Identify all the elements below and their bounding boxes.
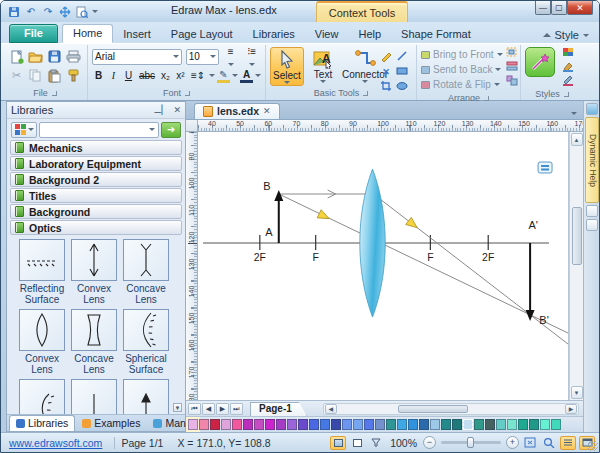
- color-swatch[interactable]: [331, 419, 341, 430]
- font-group-launcher-icon[interactable]: [185, 91, 190, 96]
- library-section-mechanics[interactable]: Mechanics: [10, 140, 182, 155]
- color-swatch[interactable]: [397, 419, 407, 430]
- undo-icon[interactable]: ↶: [24, 5, 38, 18]
- help-page-icon-2[interactable]: [586, 219, 598, 231]
- shape-thumbnail[interactable]: [19, 379, 65, 414]
- last-page-button[interactable]: ⏭: [230, 403, 243, 415]
- ribbon-tab-file[interactable]: File: [9, 24, 58, 43]
- scroll-up-icon[interactable]: ▲: [571, 133, 583, 146]
- shape-item-reflecting-surface[interactable]: Reflecting Surface: [16, 239, 68, 307]
- format-button-superscript[interactable]: x²: [174, 70, 187, 81]
- convex-lens-shape[interactable]: [360, 169, 385, 317]
- color-swatch[interactable]: [188, 419, 198, 430]
- first-page-button[interactable]: ⏮: [188, 403, 201, 415]
- presentation-view-button[interactable]: [368, 436, 384, 450]
- basic-tools-launcher-icon[interactable]: [363, 91, 368, 96]
- color-swatch[interactable]: [430, 419, 440, 430]
- resize-grip[interactable]: [588, 441, 598, 451]
- distribute-shapes-icon[interactable]: [506, 61, 518, 74]
- color-swatch[interactable]: [265, 419, 275, 430]
- align-button[interactable]: ≡: [223, 46, 239, 68]
- prev-page-button[interactable]: ◀: [202, 403, 215, 415]
- library-search-input[interactable]: [40, 124, 149, 135]
- shape-item-partial-8[interactable]: [120, 379, 172, 414]
- arrange-button-send-to-back[interactable]: Send to Back: [421, 62, 503, 77]
- panel-tab-libraries[interactable]: Libraries: [9, 415, 75, 431]
- ribbon-tab-page-layout[interactable]: Page Layout: [161, 26, 243, 43]
- ribbon-tab-shape-format[interactable]: Shape Format: [391, 26, 481, 43]
- format-button-subscript[interactable]: x₂: [159, 70, 172, 81]
- help-note-icon[interactable]: [586, 103, 598, 115]
- document-close-icon[interactable]: ✕: [263, 106, 271, 116]
- label-2f-right[interactable]: 2F: [482, 252, 494, 263]
- color-swatch[interactable]: [463, 419, 473, 430]
- color-swatch[interactable]: [375, 419, 385, 430]
- color-swatch[interactable]: [364, 419, 374, 430]
- new-document-icon[interactable]: [8, 49, 25, 65]
- library-search-go-button[interactable]: ➜: [161, 122, 181, 138]
- pencil-tool-icon[interactable]: [380, 50, 392, 64]
- tab-list-dropdown-icon[interactable]: [571, 112, 577, 115]
- library-section-laboratory-equipment[interactable]: Laboratory Equipment: [10, 156, 182, 171]
- library-section-titles[interactable]: Titles: [10, 188, 182, 203]
- drawing-page[interactable]: 2F F F 2F: [198, 132, 569, 400]
- ellipse-tool-icon[interactable]: [396, 80, 408, 94]
- label-object-base[interactable]: A: [265, 226, 273, 238]
- library-menu-button[interactable]: [11, 122, 37, 138]
- help-page-icon-1[interactable]: [586, 205, 598, 217]
- edrawsoft-link[interactable]: www.edrawsoft.com: [9, 437, 102, 449]
- shape-thumbnail[interactable]: [71, 379, 117, 414]
- color-swatch[interactable]: [243, 419, 253, 430]
- color-swatch[interactable]: [496, 419, 506, 430]
- color-swatch[interactable]: [518, 419, 528, 430]
- style-button[interactable]: Style: [543, 29, 589, 41]
- color-swatch[interactable]: [254, 419, 264, 430]
- vertical-scroll-thumb[interactable]: [572, 207, 582, 265]
- color-swatch[interactable]: [353, 419, 363, 430]
- pan-tool-icon[interactable]: [58, 5, 72, 18]
- zoom-to-selection-button[interactable]: [541, 436, 557, 450]
- label-f-left[interactable]: F: [312, 252, 318, 263]
- zoom-slider[interactable]: [441, 441, 501, 444]
- color-swatch[interactable]: [441, 419, 451, 430]
- color-swatch[interactable]: [529, 419, 539, 430]
- line-tool-icon[interactable]: [396, 50, 408, 64]
- cut-icon[interactable]: ✂: [8, 68, 25, 84]
- format-button-bold[interactable]: B: [92, 70, 105, 81]
- font-name-combo[interactable]: Arial: [92, 49, 182, 65]
- document-tab[interactable]: lens.edx ✕: [194, 103, 280, 119]
- color-swatch[interactable]: [507, 419, 517, 430]
- color-swatch[interactable]: [210, 419, 220, 430]
- rectangle-tool-icon[interactable]: [396, 65, 408, 79]
- pin-panel-icon[interactable]: ⚊▏: [153, 105, 168, 115]
- font-size-combo[interactable]: 10: [186, 49, 219, 65]
- ribbon-tab-help[interactable]: Help: [348, 26, 391, 43]
- qat-dropdown-icon[interactable]: [92, 10, 98, 13]
- highlight-color-button[interactable]: ✎: [217, 69, 230, 83]
- copy-icon[interactable]: [27, 68, 44, 84]
- shape-item-concave-lens[interactable]: Concave Lens: [68, 309, 120, 377]
- arrange-button-bring-to-front[interactable]: Bring to Front: [421, 47, 503, 62]
- maximize-button[interactable]: ▢: [551, 1, 567, 15]
- label-object-top[interactable]: B: [263, 180, 270, 192]
- canvas-vertical-scrollbar[interactable]: ▲ ▼: [569, 132, 583, 400]
- shape-thumbnail[interactable]: [19, 239, 65, 281]
- line-spacing-button[interactable]: ≡⇕: [189, 70, 207, 81]
- crop-tool-icon[interactable]: [380, 80, 392, 94]
- shape-thumbnail[interactable]: [71, 309, 117, 351]
- dynamic-help-tab[interactable]: Dynamic Help: [585, 117, 599, 203]
- thumbs-scroll-down-button[interactable]: ▼: [173, 403, 182, 412]
- select-tool-button[interactable]: Select: [270, 47, 304, 86]
- horizontal-scroll-thumb[interactable]: [398, 405, 468, 413]
- save-icon[interactable]: [7, 5, 21, 18]
- color-swatch[interactable]: [309, 419, 319, 430]
- shape-item-partial-7[interactable]: [68, 379, 120, 414]
- color-swatch[interactable]: [485, 419, 495, 430]
- shape-thumbnail[interactable]: [123, 239, 169, 281]
- color-swatch[interactable]: [408, 419, 418, 430]
- theme-style-button[interactable]: [525, 47, 555, 77]
- library-search-box[interactable]: [39, 122, 159, 138]
- save-file-icon[interactable]: [46, 49, 63, 65]
- zoom-in-button[interactable]: +: [506, 436, 519, 449]
- print-icon[interactable]: [65, 49, 82, 65]
